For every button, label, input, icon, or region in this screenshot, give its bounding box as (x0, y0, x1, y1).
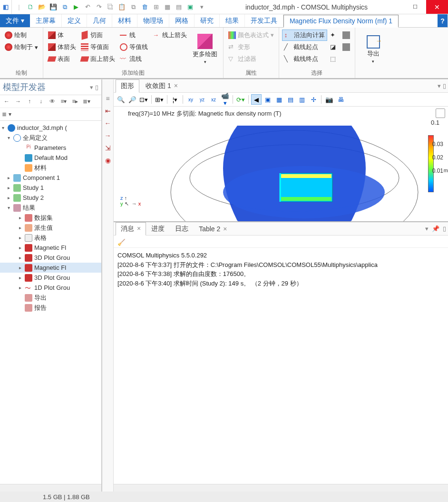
select-tool-c[interactable]: ⬚ (328, 53, 340, 65)
tab-materials[interactable]: 材料 (112, 14, 137, 27)
close-button[interactable]: ✕ (426, 0, 448, 14)
tree-component1[interactable]: ▸Component 1 (0, 173, 101, 183)
maximize-button[interactable]: ☐ (404, 0, 426, 14)
panel-menu-icon[interactable]: ▾ ▯ (90, 84, 98, 91)
isosurface-button[interactable]: 等值面 (79, 41, 117, 53)
view-mode-a-icon[interactable]: ▣ (263, 94, 273, 105)
zoom-box-icon[interactable]: ⊡▾ (138, 94, 149, 105)
sidebar-back-icon[interactable]: ← (103, 118, 113, 128)
panel-menu-icon[interactable]: ▾ 📌 ▯ (425, 225, 446, 232)
export-button[interactable]: 导出 ▾ (358, 30, 389, 69)
tab-convergence[interactable]: 收敛图 1× (140, 79, 183, 93)
print-icon[interactable]: 🖶 (335, 94, 346, 105)
more-plots-button[interactable]: 更多绘图 ▾ (190, 30, 220, 68)
nav-down-icon[interactable]: ↓ (36, 97, 46, 106)
copy-icon[interactable]: ⿻ (105, 2, 116, 12)
save-as-icon[interactable]: ⧉ (59, 2, 70, 12)
select-tool-e[interactable] (341, 41, 352, 53)
tab-log[interactable]: 日志 (170, 222, 194, 236)
file-menu-button[interactable]: 文件 ▾ (0, 14, 30, 27)
select-tool-a[interactable]: ✦ (328, 30, 340, 41)
tree-default-model[interactable]: Default Mod (0, 153, 101, 163)
tree-export[interactable]: 导出 (0, 293, 101, 303)
filter-button[interactable]: ▽过滤器 (226, 53, 276, 65)
redo-icon[interactable]: ↷ (94, 2, 104, 12)
plot-in-button[interactable]: 绘制于 ▾ (3, 41, 40, 53)
close-tab-icon[interactable]: × (137, 225, 141, 232)
streamline-button[interactable]: 〰流线 (118, 53, 150, 65)
tab-devtools[interactable]: 开发工具 (245, 14, 283, 27)
xy-view-icon[interactable]: xy (185, 94, 196, 105)
zoom-out-icon[interactable]: 🔎 (127, 94, 137, 105)
tab-graphics[interactable]: 图形 (116, 79, 139, 93)
select-tool-b[interactable]: ◪ (328, 41, 340, 53)
focus-icon[interactable]: ✢ (308, 94, 319, 105)
plot-button[interactable]: 绘制 (3, 30, 40, 41)
qat-btn-a[interactable]: ⊞ (151, 2, 161, 12)
tab-mag-flux-norm[interactable]: Magnetic Flux Density Norm (mf) 1 (283, 15, 399, 28)
sidebar-fwd-icon[interactable]: → (103, 131, 113, 140)
model-tree[interactable]: ▾inductor_3d.mph ( ▾全局定义 PiParameters De… (0, 121, 101, 484)
camera-view-icon[interactable]: 📹▾ (220, 94, 230, 105)
surface-button[interactable]: 表面 (46, 53, 78, 65)
tree-study2[interactable]: ▸Study 2 (0, 193, 101, 203)
qat-btn-d[interactable]: ▣ (185, 2, 195, 12)
yz-view-icon[interactable]: yz (197, 94, 207, 105)
paste-icon[interactable]: 📋 (117, 2, 127, 12)
sidebar-lines-icon[interactable]: ≡ (103, 94, 113, 103)
select-mode-icon[interactable]: ◀ (251, 94, 262, 105)
list-view-icon[interactable]: ≣ ▾ (2, 109, 11, 119)
tree-root[interactable]: ▾inductor_3d.mph ( (0, 123, 101, 133)
expand-icon[interactable]: ≡▸ (70, 97, 80, 106)
tree-mag-flux-2[interactable]: ▸Magnetic Fl (0, 263, 101, 273)
zoom-extents-icon[interactable]: ⊞▾ (154, 94, 165, 105)
panel-menu-icon[interactable]: ▾ ▯ (438, 82, 446, 89)
nav-fwd-icon[interactable]: → (13, 97, 23, 106)
cutline-end-button[interactable]: ╲截线终点 (282, 53, 327, 65)
show-icon[interactable]: 👁 (48, 97, 57, 106)
sidebar-home-icon[interactable]: ⇤ (103, 106, 113, 116)
deformation-button[interactable]: ⇄变形 (226, 41, 276, 53)
tab-physics[interactable]: 物理场 (137, 14, 169, 27)
tab-progress[interactable]: 进度 (146, 222, 170, 236)
save-icon[interactable]: 💾 (48, 2, 58, 12)
messages-body[interactable]: COMSOL Multiphysics 5.5.0.292 [2020-8-6 … (114, 248, 448, 484)
tree-datasets[interactable]: ▸数据集 (0, 213, 101, 223)
tree-3dplot-1[interactable]: ▸3D Plot Grou (0, 253, 101, 263)
arrow-volume-button[interactable]: 体箭头 (46, 41, 78, 53)
sidebar-down-icon[interactable]: ⇲ (103, 143, 113, 153)
tree-global-definitions[interactable]: ▾全局定义 (0, 133, 101, 143)
nav-up-icon[interactable]: ↑ (25, 97, 34, 106)
arrow-line-button[interactable]: →线上箭头 (151, 30, 189, 41)
tree-opt-icon[interactable]: ≣▾ (82, 97, 91, 106)
tree-derived[interactable]: ▸派生值 (0, 223, 101, 233)
tab-results[interactable]: 结果 (220, 14, 245, 27)
contour-button[interactable]: 等值线 (118, 41, 150, 53)
tree-materials[interactable]: 材料 (0, 163, 101, 173)
delete-icon[interactable]: 🗑 (139, 2, 150, 12)
view-mode-b-icon[interactable]: ▦ (274, 94, 284, 105)
compute-along-normal-button[interactable]: ↕沿法向计算 (282, 30, 327, 41)
help-button[interactable]: ? (438, 14, 448, 27)
tree-tables[interactable]: ▸表格 (0, 233, 101, 243)
snapshot-icon[interactable]: 📷 (324, 94, 334, 105)
qat-dropdown-icon[interactable]: ▾ (196, 2, 207, 12)
view-mode-d-icon[interactable]: ▥ (297, 94, 307, 105)
tree-parameters[interactable]: PiParameters (0, 143, 101, 153)
tab-definitions[interactable]: 定义 (62, 14, 87, 27)
tree-results[interactable]: ▾结果 (0, 203, 101, 213)
slice-button[interactable]: 切面 (79, 30, 117, 41)
collapse-icon[interactable]: ≡▾ (59, 97, 68, 106)
refresh-icon[interactable]: ⟳▾ (235, 94, 246, 105)
sidebar-plot-icon[interactable]: ◉ (103, 156, 113, 165)
qat-btn-c[interactable]: ▤ (174, 2, 184, 12)
zoom-in-icon[interactable]: 🔍 (116, 94, 126, 105)
tree-mag-flux-1[interactable]: ▸Magnetic Fl (0, 243, 101, 253)
close-tab-icon[interactable]: × (223, 225, 227, 233)
tab-geometry[interactable]: 几何 (87, 14, 112, 27)
tree-3dplot-2[interactable]: ▸3D Plot Grou (0, 273, 101, 283)
close-tab-icon[interactable]: × (174, 82, 178, 89)
tab-study[interactable]: 研究 (195, 14, 220, 27)
tree-horizontal-scrollbar[interactable] (0, 484, 101, 492)
undo-icon[interactable]: ↶ (82, 2, 93, 12)
